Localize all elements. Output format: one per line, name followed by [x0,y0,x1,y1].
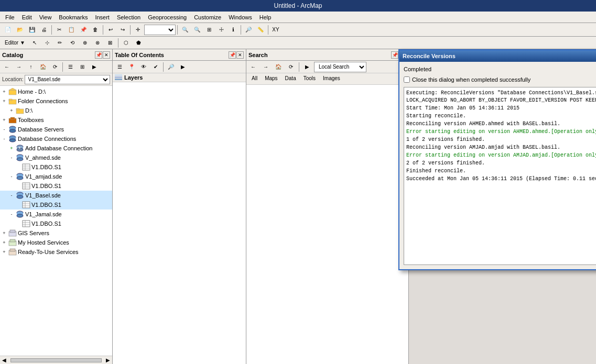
edit-tool-4[interactable]: ⟲ [67,37,78,49]
expand-toolboxes[interactable]: + [1,117,7,123]
zoom-in-btn[interactable]: 🔍 [179,24,191,36]
location-dropdown[interactable]: V1_Basel.sde [25,75,110,84]
tree-item-v-jamal[interactable]: - V1_Jamal.sde [0,209,112,219]
tree-item-home[interactable]: + Home - D:\ [0,87,112,96]
toc-close-btn[interactable]: ✕ [236,51,244,59]
toc-pin-btn[interactable]: 📌 [229,51,236,59]
open-btn[interactable]: 📂 [14,24,26,36]
zoom-full-btn[interactable]: ⊞ [203,24,215,36]
edit-tool-7[interactable]: ⊠ [104,37,116,49]
edit-tool-1[interactable]: ↖ [29,37,40,49]
menu-bookmarks[interactable]: Bookmarks [56,13,91,21]
scroll-right-btn[interactable]: ▶ [104,357,112,364]
tree-item-v-amjad[interactable]: - V1_amjad.sde [0,172,112,181]
toc-source-btn[interactable]: 📍 [126,61,137,73]
expand-db-servers[interactable]: - [1,126,7,133]
save-btn[interactable]: 💾 [26,24,38,36]
expand-hosted-services[interactable]: + [1,239,7,246]
tree-item-toolboxes[interactable]: + Toolboxes [0,115,112,125]
menu-insert[interactable]: Insert [92,13,113,21]
search-tab-tools[interactable]: Tools [300,75,319,83]
search-more-btn[interactable]: ▶ [301,61,313,73]
search-tab-maps[interactable]: Maps [262,75,280,83]
zoom-out-btn[interactable]: 🔍 [191,24,203,36]
catalog-scrollbar[interactable]: ◀ ▶ [0,356,112,364]
pan-map-btn[interactable]: ☩ [215,24,227,36]
menu-geoprocessing[interactable]: Geoprocessing [145,13,190,21]
menu-edit[interactable]: Edit [19,13,35,21]
search-refresh-btn[interactable]: ⟳ [285,61,297,73]
menu-customize[interactable]: Customize [191,13,224,21]
edit-tool-5[interactable]: ⊕ [79,37,91,49]
search-pin-btn[interactable]: 📌 [391,51,398,59]
cat-forward-btn[interactable]: → [13,61,25,73]
find-btn[interactable]: 🔎 [243,24,254,36]
cat-list-btn[interactable]: ☰ [64,61,76,73]
menu-selection[interactable]: Selection [114,13,144,21]
print-btn[interactable]: 🖨 [38,24,50,36]
xy-btn[interactable]: XY [270,24,281,36]
redo-btn[interactable]: ↪ [117,24,128,36]
tree-item-add-db[interactable]: + + Add Database Connection [0,144,112,153]
scrollbar-track[interactable] [10,358,102,362]
tree-item-db-connections[interactable]: - Database Connections [0,134,112,144]
search-scope-dropdown[interactable]: Local Search [314,62,366,72]
search-back-btn[interactable]: ← [247,61,259,73]
expand-d-drive[interactable]: + [8,107,15,114]
tree-item-v-amjad-s1[interactable]: V1.DBO.S1 [0,181,112,191]
close-on-complete-checkbox[interactable] [404,76,410,83]
edit-tool-8[interactable]: ⬡ [121,37,132,49]
expand-db-connections[interactable]: - [1,136,7,142]
cat-detail-btn[interactable]: ⊞ [77,61,88,73]
paste-btn[interactable]: 📌 [78,24,89,36]
tree-item-ready-services[interactable]: + Ready-To-Use Services [0,247,112,257]
pan-btn[interactable]: ✛ [132,24,144,36]
catalog-pin-btn[interactable]: 📌 [95,51,102,59]
search-tab-images[interactable]: Images [320,75,343,83]
edit-tool-2[interactable]: ⊹ [41,37,53,49]
expand-v-amjad[interactable]: - [8,173,15,180]
expand-home[interactable]: + [1,89,7,95]
delete-btn[interactable]: 🗑 [90,24,101,36]
cat-home-btn[interactable]: 🏠 [37,61,49,73]
tree-item-v-ahmed[interactable]: - V_ahmed.sde [0,153,112,162]
edit-tool-9[interactable]: ⬟ [133,37,145,49]
tree-item-v-jamal-s1[interactable]: V1.DBO.S1 [0,219,112,228]
expand-folder-connections[interactable]: + [1,98,7,104]
editor-toggle[interactable]: Editor ▼ [2,37,28,49]
toc-list-btn[interactable]: ☰ [114,61,125,73]
edit-tool-6[interactable]: ⊗ [92,37,103,49]
copy-btn[interactable]: 📋 [66,24,77,36]
edit-tool-3[interactable]: ✏ [54,37,66,49]
new-btn[interactable]: 📄 [2,24,14,36]
tree-item-db-servers[interactable]: - Database Servers [0,125,112,134]
tree-item-hosted-services[interactable]: + My Hosted Services [0,238,112,247]
expand-v-ahmed[interactable]: - [8,155,15,161]
undo-btn[interactable]: ↩ [105,24,116,36]
cat-up-btn[interactable]: ↑ [25,61,37,73]
search-tab-data[interactable]: Data [282,75,299,83]
menu-view[interactable]: View [36,13,55,21]
search-home-btn[interactable]: 🏠 [273,61,284,73]
cat-more-btn[interactable]: ▶ [89,61,100,73]
identify-btn[interactable]: ℹ [227,24,239,36]
tree-item-folder-connections[interactable]: + Folder Connections [0,96,112,106]
catalog-close-btn[interactable]: ✕ [103,51,110,59]
menu-file[interactable]: File [2,13,18,21]
cut-btn[interactable]: ✂ [53,24,65,36]
expand-v-basel[interactable]: - [8,192,15,198]
expand-gis-servers[interactable]: + [1,230,7,236]
log-area[interactable]: Executing: ReconcileVersions "Database C… [404,87,596,265]
toc-more-btn[interactable]: ▶ [177,61,189,73]
tree-item-v-ahmed-s1[interactable]: V1.DBO.S1 [0,162,112,172]
toc-vis-btn[interactable]: 👁 [138,61,149,73]
measure-btn[interactable]: 📏 [255,24,266,36]
toc-search-btn[interactable]: 🔎 [165,61,177,73]
toc-sel-btn[interactable]: ✔ [150,61,161,73]
expand-ready-services[interactable]: + [1,249,7,255]
tree-item-v-basel[interactable]: - V1_Basel.sde [0,191,112,200]
tree-item-gis-servers[interactable]: + GIS Servers [0,228,112,238]
expand-v-jamal[interactable]: - [8,211,15,217]
scale-dropdown[interactable] [144,25,176,35]
cat-refresh-btn[interactable]: ⟳ [49,61,61,73]
